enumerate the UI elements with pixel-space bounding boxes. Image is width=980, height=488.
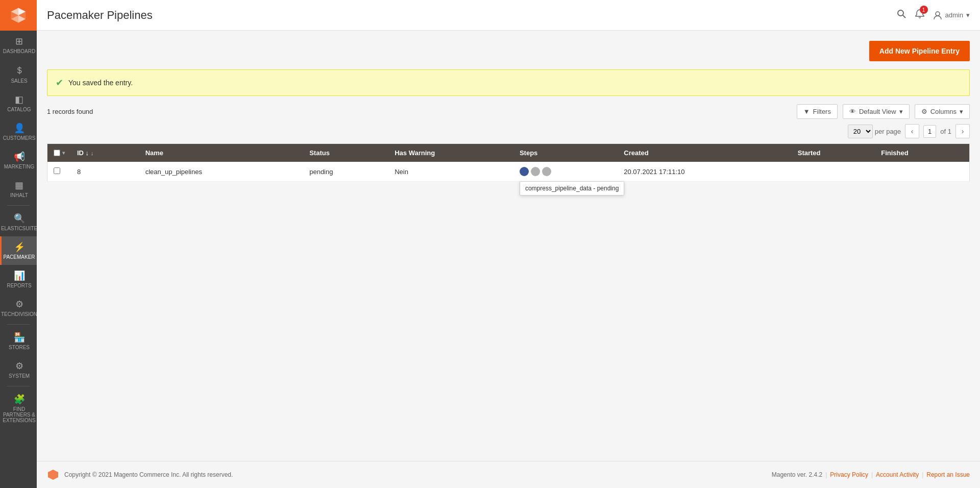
toolbar-right: ▼ Filters 👁 Default View ▾ ⚙ Columns ▾ <box>797 104 970 119</box>
filters-button[interactable]: ▼ Filters <box>797 104 838 119</box>
notification-icon[interactable]: 1 <box>915 9 925 21</box>
topbar-right: 1 admin ▾ <box>896 9 970 21</box>
sidebar-divider-3 <box>7 386 29 386</box>
sidebar-item-elasticsuite[interactable]: 🔍 ELASTICSUITE <box>0 208 37 236</box>
sidebar-item-catalog[interactable]: ◧ CATALOG <box>0 89 37 117</box>
th-started-label: Started <box>798 149 821 157</box>
row-started <box>792 162 875 182</box>
find-partners-icon: 🧩 <box>14 394 25 405</box>
th-status: Status <box>303 144 388 162</box>
pacemaker-icon: ⚡ <box>14 241 25 253</box>
sidebar-item-find-partners[interactable]: 🧩 FIND PARTNERS & EXTENSIONS <box>0 388 37 428</box>
chevron-down-icon: ▾ <box>899 108 903 115</box>
th-started: Started <box>792 144 875 162</box>
footer: Copyright © 2021 Magento Commerce Inc. A… <box>37 461 980 488</box>
main-area: Pacemaker Pipelines 1 admin ▾ Add New Pi… <box>37 0 980 488</box>
user-menu[interactable]: admin ▾ <box>933 11 970 20</box>
topbar: Pacemaker Pipelines 1 admin ▾ <box>37 0 980 31</box>
columns-button[interactable]: ⚙ Columns ▾ <box>915 104 970 119</box>
row-id: 8 <box>71 162 139 182</box>
sidebar-item-label: DASHBOARD <box>3 48 35 54</box>
row-steps: compress_pipeline_data - pending <box>513 162 618 182</box>
sidebar-logo <box>0 0 37 31</box>
row-status: pending <box>303 162 388 182</box>
stores-icon: 🏪 <box>14 332 25 343</box>
svg-line-1 <box>903 15 905 18</box>
filter-icon: ▼ <box>803 108 810 115</box>
elasticsuite-icon: 🔍 <box>14 213 25 224</box>
step-pending-icon[interactable] <box>542 167 551 176</box>
svg-point-0 <box>898 10 903 16</box>
sidebar-item-label: REPORTS <box>7 283 31 288</box>
system-icon: ⚙ <box>15 360 23 372</box>
footer-sep-3: | <box>922 471 923 478</box>
report-issue-link[interactable]: Report an Issue <box>926 471 970 478</box>
magento-footer-logo <box>47 469 59 481</box>
select-dropdown-icon[interactable]: ▾ <box>62 150 65 156</box>
step-pending-icon[interactable] <box>531 167 540 176</box>
inhalt-icon: ▦ <box>15 180 23 191</box>
default-view-button[interactable]: 👁 Default View ▾ <box>843 104 910 119</box>
svg-marker-4 <box>48 470 58 480</box>
toolbar-row: 1 records found ▼ Filters 👁 Default View… <box>47 104 970 119</box>
th-id[interactable]: ID ↓ <box>71 144 139 162</box>
sidebar-item-customers[interactable]: 👤 CUSTOMERS <box>0 117 37 146</box>
footer-copyright: Copyright © 2021 Magento Commerce Inc. A… <box>64 471 233 478</box>
th-has-warning: Has Warning <box>388 144 513 162</box>
sales-icon: ＄ <box>15 64 24 77</box>
row-checkbox-cell <box>47 162 71 182</box>
notification-badge: 1 <box>920 6 928 14</box>
pagination-prev-button[interactable]: ‹ <box>905 124 919 138</box>
columns-label: Columns <box>930 108 957 115</box>
sidebar-item-system[interactable]: ⚙ SYSTEM <box>0 355 37 384</box>
sidebar-item-dashboard[interactable]: ⊞ DASHBOARD <box>0 31 37 59</box>
row-select-checkbox[interactable] <box>54 167 60 174</box>
th-status-label: Status <box>309 149 330 157</box>
row-has-warning: Nein <box>388 162 513 182</box>
th-steps: Steps <box>513 144 618 162</box>
pagination-next-button[interactable]: › <box>955 124 970 138</box>
select-all-checkbox[interactable] <box>54 150 60 156</box>
search-icon[interactable] <box>896 9 906 21</box>
add-button-row: Add New Pipeline Entry <box>47 41 970 61</box>
data-table: ▾ ID ↓ Name Status Has Warning Steps Cre… <box>47 143 970 182</box>
success-message-banner: ✔ You saved the entry. <box>47 69 970 96</box>
per-page-select[interactable]: 20 30 50 <box>848 125 873 138</box>
table-row: 8clean_up_pipelinespendingNeincompress_p… <box>47 162 970 182</box>
records-count: 1 records found <box>47 108 93 115</box>
sidebar-item-marketing[interactable]: 📢 MARKETING <box>0 146 37 175</box>
privacy-policy-link[interactable]: Privacy Policy <box>830 471 868 478</box>
steps-cell: compress_pipeline_data - pending <box>520 167 611 176</box>
sidebar-item-reports[interactable]: 📊 REPORTS <box>0 265 37 294</box>
eye-icon: 👁 <box>849 108 856 115</box>
table-body: 8clean_up_pipelinespendingNeincompress_p… <box>47 162 970 182</box>
sidebar-item-label: ELASTICSUITE <box>1 226 37 231</box>
sidebar-item-stores[interactable]: 🏪 STORES <box>0 327 37 355</box>
sidebar-item-label: PACEMAKER <box>3 254 35 260</box>
footer-right: Magento ver. 2.4.2 | Privacy Policy | Ac… <box>772 471 970 478</box>
sidebar-item-label: STORES <box>9 345 30 350</box>
sidebar-item-label: CUSTOMERS <box>3 135 36 141</box>
sidebar-item-pacemaker[interactable]: ⚡ PACEMAKER <box>0 236 37 265</box>
user-label: admin <box>945 11 963 19</box>
sidebar-divider <box>7 205 29 206</box>
step-active-icon[interactable] <box>520 167 529 176</box>
sidebar-item-label: TECHDIVISION <box>1 311 37 317</box>
pagination-row: 20 30 50 per page ‹ 1 of 1 › <box>47 124 970 138</box>
select-all-container: ▾ <box>54 150 65 156</box>
footer-sep-1: | <box>825 471 827 478</box>
columns-icon: ⚙ <box>921 108 927 115</box>
th-finished-label: Finished <box>881 149 908 157</box>
sidebar-item-inhalt[interactable]: ▦ INHALT <box>0 175 37 203</box>
th-created: Created <box>618 144 791 162</box>
account-activity-link[interactable]: Account Activity <box>876 471 919 478</box>
step-tooltip: compress_pipeline_data - pending <box>520 181 624 196</box>
add-pipeline-button[interactable]: Add New Pipeline Entry <box>869 41 970 61</box>
pagination-total-pages: of 1 <box>940 128 951 135</box>
reports-icon: 📊 <box>14 270 25 281</box>
sidebar-item-sales[interactable]: ＄ SALES <box>0 59 37 89</box>
row-finished <box>875 162 969 182</box>
sidebar-item-techdivision[interactable]: ⚙ TECHDIVISION <box>0 294 37 322</box>
sidebar-item-label: MARKETING <box>4 164 34 169</box>
user-dropdown-icon: ▾ <box>966 11 970 19</box>
